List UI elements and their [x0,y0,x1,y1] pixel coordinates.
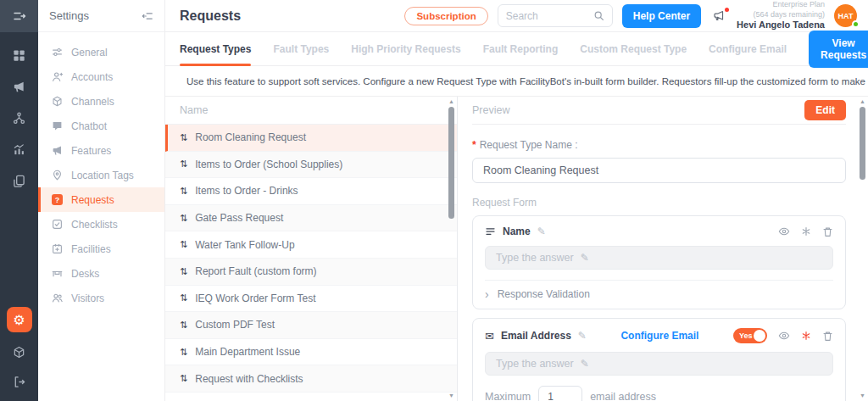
sidebar-item-chatbot[interactable]: Chatbot [38,114,164,138]
user-add-icon [51,71,64,82]
tab-fault-types[interactable]: Fault Types [273,32,329,65]
sidebar-item-features[interactable]: Features [38,138,164,163]
delete-trash-icon[interactable] [822,226,833,237]
drag-handle-icon[interactable]: ⇅ [180,266,187,277]
chat-bubble-icon [51,120,64,131]
requests-question-badge-icon: ? [51,194,64,205]
list-item-label: Items to Order - Drinks [195,185,298,197]
scroll-down-arrow[interactable]: ▼ [860,393,865,399]
tab-high-priority-requests[interactable]: High Priority Requests [351,32,460,65]
drag-handle-icon[interactable]: ⇅ [180,239,187,250]
list-item-report-fault-custom-form[interactable]: ⇅ Report Fault (custom form) [165,259,457,286]
field-actions: Yes [733,328,833,343]
delete-trash-icon[interactable] [822,331,833,342]
subscription-button[interactable]: Subscription [404,7,487,25]
preview-scrollbar: ▲ ▼ [859,98,867,399]
announcement-bell-icon[interactable] [712,9,726,23]
sidebar-collapse-icon[interactable] [142,10,153,22]
toggle-knob [754,330,765,342]
drag-handle-icon[interactable]: ⇅ [180,132,187,143]
help-center-button[interactable]: Help Center [622,4,701,28]
field-name: Name [503,226,531,237]
list-item-label: Custom PDF Test [195,319,275,331]
view-requests-button[interactable]: View Requests [809,31,868,68]
sidebar-item-facilities[interactable]: Facilities [38,237,164,261]
edit-button[interactable]: Edit [804,100,846,120]
envelope-icon: ✉ [485,330,494,343]
integrations-cube-icon[interactable] [9,342,30,362]
scroll-up-arrow[interactable]: ▲ [860,98,865,105]
plan-remaining: (564 days remaining) [737,10,825,19]
sidebar-item-channels[interactable]: Channels [38,89,164,114]
list-item-ieq-work-order-form-test[interactable]: ⇅ IEQ Work Order Form Test [165,286,457,313]
edit-pencil-icon[interactable]: ✎ [578,330,587,342]
user-name: Hevi Angelo Tadena [737,19,825,31]
preview-scrollbar-thumb[interactable] [860,107,865,180]
sidebar-item-label: Features [71,145,111,157]
request-type-name-input[interactable] [472,158,846,183]
sidebar-item-label: Facilities [71,243,111,255]
sidebar-item-location-tags[interactable]: Location Tags [38,163,164,187]
sidebar-item-checklists[interactable]: Checklists [38,212,164,237]
sidebar-item-requests[interactable]: ? Requests [38,187,164,212]
form-field-card-email: ✉ Email Address ✎ Configure Email Yes [472,318,846,401]
list-item-room-cleaning-request[interactable]: ⇅ Room Cleaning Request [165,125,457,152]
rail-icon-group [9,32,30,191]
drag-handle-icon[interactable]: ⇅ [180,213,187,224]
tab-custom-request-type[interactable]: Custom Request Type [580,32,687,65]
logout-icon[interactable] [9,371,30,392]
menu-toggle-button[interactable] [0,0,38,32]
configure-email-link[interactable]: Configure Email [620,330,698,342]
sidebar-item-desks[interactable]: Desks [38,261,164,286]
list-item-request-with-checklists[interactable]: ⇅ Request with Checklists [165,365,457,393]
sidebar-item-accounts[interactable]: Accounts [38,64,164,89]
scroll-up-arrow[interactable]: ▲ [448,98,454,105]
drag-handle-icon[interactable]: ⇅ [180,320,187,331]
sidebar-item-general[interactable]: General [38,40,164,64]
field-actions [778,226,833,237]
visibility-eye-icon[interactable] [778,226,790,237]
list-item-label: Request with Checklists [195,373,303,385]
search-input[interactable] [506,10,588,22]
yes-toggle[interactable]: Yes [733,328,767,343]
list-scrollbar-thumb[interactable] [448,107,454,219]
list-item-water-tank-follow-up[interactable]: ⇅ Water Tank Follow-Up [165,231,457,259]
drag-handle-icon[interactable]: ⇅ [180,186,187,197]
tab-configure-email[interactable]: Configure Email [709,32,787,65]
drag-handle-icon[interactable]: ⇅ [180,347,187,358]
hierarchy-icon[interactable] [9,108,30,128]
preview-header: Preview Edit [472,97,846,125]
documents-icon[interactable] [9,170,30,191]
field-name: Email Address [501,330,571,342]
field-header: Name ✎ [485,226,833,237]
required-asterisk-icon[interactable] [801,331,811,341]
avatar-initials: HAT [838,12,854,20]
sliders-icon [51,47,64,58]
sidebar-item-visitors[interactable]: Visitors [38,286,164,310]
list-item-items-to-order-school-supplies[interactable]: ⇅ Items to Order (School Supplies) [165,152,457,179]
scroll-down-arrow[interactable]: ▼ [448,393,454,399]
edit-pencil-icon[interactable]: ✎ [537,226,546,237]
user-avatar[interactable]: HAT [834,4,857,27]
response-validation-toggle[interactable]: › Response Validation [485,281,833,300]
list-item-items-to-order-drinks[interactable]: ⇅ Items to Order - Drinks [165,178,457,205]
list-item-main-department-issue[interactable]: ⇅ Main Department Issue [165,339,457,366]
sidebar-item-label: General [71,47,108,58]
request-types-list-panel: Name ⇅ Room Cleaning Request ⇅ Items to … [165,97,458,401]
settings-gear-button[interactable]: ⚙ [7,307,32,332]
page-title: Requests [180,8,241,24]
drag-handle-icon[interactable]: ⇅ [180,159,187,170]
analytics-icon[interactable] [9,139,30,159]
announcements-icon[interactable] [9,76,30,97]
drag-handle-icon[interactable]: ⇅ [180,373,187,384]
sidebar-item-label: Visitors [71,292,104,304]
max-email-input[interactable] [538,386,582,401]
list-item-custom-pdf-test[interactable]: ⇅ Custom PDF Test [165,312,457,339]
tab-fault-reporting[interactable]: Fault Reporting [483,32,559,65]
tab-request-types[interactable]: Request Types [180,32,251,65]
drag-handle-icon[interactable]: ⇅ [180,292,187,304]
visibility-eye-icon[interactable] [778,330,790,342]
list-item-gate-pass-request[interactable]: ⇅ Gate Pass Request [165,205,457,232]
required-asterisk-icon[interactable] [801,226,811,237]
dashboard-icon[interactable] [9,45,30,65]
